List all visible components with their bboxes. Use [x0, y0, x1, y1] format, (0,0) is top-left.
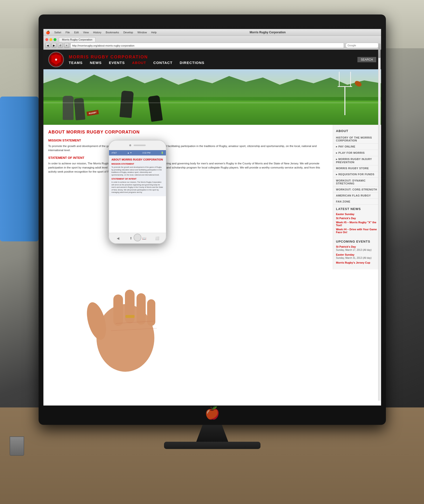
event-1-date: Sunday, March 31, 2013 (All day) [336, 257, 378, 259]
scrollbar-track [378, 43, 381, 401]
sidebar-item-play[interactable]: PLAY FOR MORRIS [333, 150, 381, 156]
safari-menu[interactable]: Safari [54, 31, 61, 34]
bookmarks-menu[interactable]: Bookmarks [106, 31, 119, 34]
file-menu[interactable]: File [66, 31, 70, 34]
svg-rect-3 [125, 290, 135, 323]
event-0-date: Sunday, March 17, 2013 (All day) [336, 249, 378, 251]
logo-shield: ⚜ [51, 54, 61, 65]
iphone-camera [129, 144, 131, 146]
intent-text: In order to achieve our mission, The Mor… [48, 161, 328, 174]
tab-bar: Morris Rugby Corporation [45, 37, 379, 42]
nav-about[interactable]: ABOUT [132, 61, 146, 65]
sidebar-item-injury[interactable]: MORRIS RUGBY INJURY PREVENTION [333, 156, 381, 165]
sidebar-item-fan-zone[interactable]: FAN ZONE [333, 199, 381, 205]
iphone-battery: 🔋 [161, 152, 164, 154]
hand-svg [82, 229, 178, 374]
iphone-share-btn[interactable]: ⬆ [128, 235, 134, 241]
apple-menu-icon[interactable]: 🍎 [46, 30, 50, 34]
iphone-intent-text: In order to achieve our mission, The Mor… [111, 181, 164, 194]
iphone-content: ABOUT MORRIS RUGBY CORPORATION MISSION S… [109, 155, 166, 196]
iphone-home-button[interactable] [134, 234, 141, 241]
history-menu[interactable]: History [93, 31, 101, 34]
browser-search-input[interactable] [345, 43, 379, 48]
browser-tab[interactable]: Morris Rugby Corporation [59, 37, 96, 42]
back-button[interactable]: ◀ [45, 43, 50, 48]
header-search: SEARCH [357, 57, 376, 62]
sidebar-item-history[interactable]: HISTORY OF THE MORRIS CORPORATION [333, 135, 381, 144]
iphone-status-bar: AT&T ▲ ✦ 3:32 PM 🔋 [109, 150, 166, 155]
intent-title: STATEMENT OF INTENT [48, 156, 328, 160]
iphone-tabs-btn[interactable]: ⬜ [154, 235, 160, 241]
new-tab-button[interactable]: + [64, 43, 69, 48]
hero-image: RUGBY [43, 69, 381, 125]
page-title: ABOUT MORRIS RUGBY CORPORATION [48, 130, 328, 135]
iphone-bookmark-btn[interactable]: 📖 [141, 235, 147, 241]
sidebar-about-title: ABOUT [333, 127, 381, 135]
iphone-top-bar [109, 140, 166, 150]
iphone-intent-title: STATEMENT OF INTENT [111, 178, 164, 180]
hero-area: RUGBY [43, 69, 381, 125]
view-menu[interactable]: View [83, 31, 89, 34]
sidebar: ABOUT HISTORY OF THE MORRIS CORPORATION … [333, 125, 381, 269]
nav-directions[interactable]: DIRECTIONS [180, 61, 205, 65]
navigation-bar: ◀ ▶ ↺ + http://morrisrugby.org/about-mor… [45, 43, 379, 48]
maximize-button[interactable] [54, 38, 56, 41]
close-button[interactable] [45, 38, 48, 41]
nav-teams[interactable]: TEAMS [69, 61, 83, 65]
iphone-mission-title: MISSION STATEMENT [111, 163, 164, 165]
event-0-title[interactable]: St Patrick's Day [336, 245, 378, 248]
browser-chrome: Morris Rugby Corporation ◀ ▶ ↺ + http://… [43, 36, 381, 50]
upcoming-events-title: UPCOMING EVENTS [336, 240, 378, 243]
sidebar-item-workout-core[interactable]: WORKOUT: CORE-STRENGTH [333, 187, 381, 193]
search-button[interactable]: SEARCH [357, 57, 376, 62]
iphone: AT&T ▲ ✦ 3:32 PM 🔋 ABOUT MORRIS RUGBY CO… [109, 140, 166, 244]
edit-menu[interactable]: Edit [74, 31, 79, 34]
reload-button[interactable]: ↺ [58, 43, 63, 48]
menubar-title: Morris Rugby Corporation [250, 31, 286, 34]
site-title: MORRIS RUGBY CORPORATION [69, 55, 205, 60]
sidebar-item-requisition[interactable]: REQUISITION FOR FUNDS [333, 171, 381, 178]
nav-contact[interactable]: CONTACT [153, 61, 172, 65]
forward-button[interactable]: ▶ [52, 43, 56, 48]
svg-rect-4 [137, 293, 146, 325]
chair [0, 97, 39, 241]
nav-events[interactable]: EVENTS [109, 61, 125, 65]
iphone-speaker [134, 145, 146, 146]
nav-news[interactable]: NEWS [90, 61, 102, 65]
upcoming-events-section: UPCOMING EVENTS St Patrick's Day Sunday,… [333, 237, 381, 267]
svg-rect-2 [113, 294, 123, 326]
mission-text: To promote the growth and development of… [48, 144, 328, 153]
latest-news-section: LATEST NEWS Easter Sunday St Patrick's D… [333, 205, 381, 237]
apple-logo-monitor: 🍎 [205, 406, 220, 420]
event-1-title[interactable]: Easter Sunday [336, 253, 378, 256]
news-item-2[interactable]: Week #5 – Morris Rugby "X" the Text! [336, 221, 378, 227]
site-title-area: MORRIS RUGBY CORPORATION TEAMS NEWS EVEN… [69, 55, 205, 65]
scrollbar-thumb[interactable] [378, 43, 381, 58]
news-item-1[interactable]: St Patrick's Day [336, 217, 378, 220]
site-header: ⚜ MORRIS RUGBY CORPORATION TEAMS NEWS EV… [43, 50, 381, 69]
url-bar[interactable]: http://morrisrugby.org/about-morris-rugb… [70, 43, 344, 48]
iphone-carrier: AT&T [111, 152, 117, 154]
help-menu[interactable]: Help [151, 31, 157, 34]
news-item-3[interactable]: Week #4 – Drive with Your Game Face On! [336, 228, 378, 234]
sidebar-item-pay[interactable]: PAY ONLINE [333, 144, 381, 150]
sidebar-item-workout-dynamic[interactable]: WORKOUT: DYNAMIC STRETCHING [333, 178, 381, 187]
sidebar-item-store[interactable]: MORRIS RUGBY STORE [333, 165, 381, 171]
develop-menu[interactable]: Develop [123, 31, 133, 34]
iphone-screen: ABOUT MORRIS RUGBY CORPORATION MISSION S… [109, 155, 166, 233]
desk-items [10, 436, 24, 456]
traffic-lights [45, 38, 56, 41]
window-menu[interactable]: Window [137, 31, 147, 34]
sidebar-item-flag-rugby[interactable]: AMERICAN FLAG RUBGY [333, 193, 381, 199]
iphone-signal: ▲ ✦ [127, 152, 132, 154]
iphone-back-btn[interactable]: ◀ [115, 235, 121, 241]
site-nav: TEAMS NEWS EVENTS ABOUT CONTACT DIRECTIO… [69, 61, 205, 65]
event-2-title[interactable]: Morris Rugby's Jersey Cup [336, 261, 378, 264]
goal-post [338, 72, 352, 115]
news-item-0[interactable]: Easter Sunday [336, 213, 378, 216]
minimize-button[interactable] [49, 38, 52, 41]
monitor-base [164, 442, 260, 449]
svg-rect-6 [125, 315, 135, 318]
iphone-mission-text: To promote the growth and development of… [111, 166, 164, 176]
latest-news-title: LATEST NEWS [336, 207, 378, 211]
